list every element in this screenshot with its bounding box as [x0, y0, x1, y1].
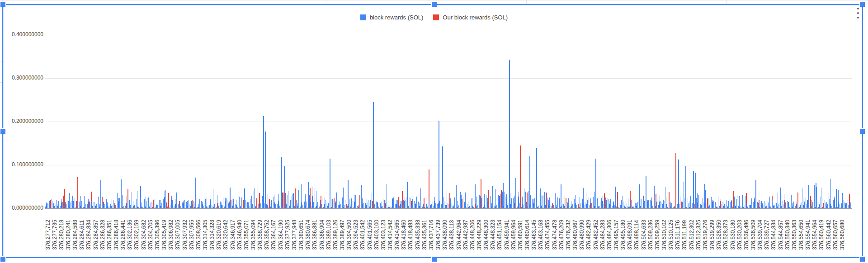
x-axis-tick-label: 376,536,509	[750, 220, 756, 250]
x-axis-tick-label: 376,284,834	[85, 220, 92, 250]
x-axis-tick-label: 376,418,483	[407, 220, 414, 250]
x-axis-tick-label: 376,519,276	[702, 220, 708, 250]
x-axis-tick-label: 376,418,460	[401, 220, 407, 250]
bars-plot	[45, 21, 852, 208]
x-axis-tick-label: 376,286,418	[113, 220, 119, 250]
x-axis-tick-label: 376,305,396	[154, 220, 160, 250]
x-axis-tick-label: 376,437,716	[428, 220, 434, 250]
x-axis-tick-label: 376,286,351	[106, 220, 113, 250]
x-axis-tick-label: 376,509,236	[647, 220, 654, 250]
selection-handle-middle-right[interactable]	[859, 128, 865, 134]
x-axis-tick-label: 376,403,123	[380, 220, 387, 250]
x-axis-tick-label: 376,536,486	[743, 220, 750, 250]
x-axis-tick-label: 376,435,361	[421, 220, 428, 250]
x-axis-tick-label: 376,304,682	[141, 220, 147, 250]
x-axis-tick-label: 376,355,071	[243, 220, 250, 250]
x-axis-tick-label: 376,414,542	[387, 220, 393, 250]
x-axis-tick-label: 376,346,917	[230, 220, 236, 250]
x-axis-tick-label: 376,355,094	[250, 220, 256, 250]
y-axis-tick-label: 0.200000000	[0, 118, 43, 124]
x-axis-tick-label: 376,530,203	[736, 220, 743, 250]
x-axis-tick-label: 376,495,157	[613, 220, 619, 250]
x-axis-tick-label: 376,280,218	[58, 220, 65, 250]
x-axis-tick-label: 376,459,941	[504, 220, 510, 250]
x-axis-tick-label: 376,284,611	[79, 220, 85, 250]
x-axis-tick-label: 376,476,232	[565, 220, 571, 250]
kebab-dot	[857, 8, 859, 9]
sheet-gridline	[0, 0, 868, 1]
x-axis-tick-label: 376,377,948	[291, 220, 297, 250]
y-axis-tick-label: 0.400000000	[0, 31, 43, 38]
legend-swatch-blue-icon	[360, 14, 366, 20]
x-axis-tick-label: 376,448,323	[490, 220, 496, 250]
x-axis-tick-label: 376,277,712	[45, 220, 51, 250]
sheet-gridline	[526, 0, 527, 4]
x-axis-tick-label: 376,438,113	[448, 220, 455, 250]
x-axis-tick-label: 376,498,091	[627, 220, 633, 250]
x-axis-tick-label: 376,442,964	[456, 220, 462, 250]
x-axis-tick-label: 376,510,125	[668, 220, 674, 250]
sheet-gridline	[326, 0, 326, 4]
x-axis-tick-label: 376,302,159	[133, 220, 140, 250]
legend-item-block-rewards[interactable]: block rewards (SOL)	[360, 14, 423, 21]
x-axis-tick-label: 376,389,126	[332, 220, 339, 250]
y-axis: 0.0000000000.1000000000.2000000000.30000…	[0, 0, 43, 263]
x-axis-tick-label: 376,401,565	[367, 220, 373, 250]
x-axis-tick-label: 376,512,302	[689, 220, 695, 250]
x-axis-tick-label: 376,389,103	[326, 220, 332, 250]
y-axis-tick-label: 0.000000000	[0, 205, 43, 211]
x-axis-tick-label: 376,504,633	[641, 220, 647, 250]
x-axis-tick-label: 376,364,190	[278, 220, 284, 250]
x-axis-tick-label: 376,286,441	[120, 220, 126, 250]
x-axis-tick-label: 376,314,305	[202, 220, 208, 250]
x-axis-tick-label: 376,307,955	[189, 220, 195, 250]
x-axis-tick-label: 376,544,857	[778, 220, 784, 250]
x-axis-tick-label: 376,414,565	[394, 220, 400, 250]
x-axis-tick-label: 376,459,964	[510, 220, 517, 250]
x-axis-tick-label: 376,448,206	[469, 220, 476, 250]
x-axis-tick-label: 376,554,650	[798, 220, 804, 250]
x-axis-tick-label: 376,550,363	[791, 220, 797, 250]
x-axis-tick-label: 376,380,651	[298, 220, 304, 250]
y-axis-tick-label: 0.100000000	[0, 161, 43, 168]
legend-label-block-rewards: block rewards (SOL)	[370, 14, 423, 21]
sheet-gridline	[126, 0, 126, 4]
x-axis-tick-label: 376,394,500	[346, 220, 352, 250]
x-axis-tick-label: 376,358,752	[264, 220, 270, 250]
x-axis-tick-label: 376,308,566	[195, 220, 202, 250]
x-axis-tick-label: 376,476,209	[558, 220, 565, 250]
x-axis-tick-label: 376,442,987	[462, 220, 469, 250]
kebab-dot	[857, 17, 859, 19]
x-axis-tick-label: 376,358,729	[257, 220, 263, 250]
chart-legend: block rewards (SOL) Our block rewards (S…	[0, 14, 868, 21]
x-axis-tick-label: 376,539,727	[764, 220, 770, 250]
sheet-gridline	[726, 0, 727, 4]
x-axis-tick-label: 376,560,680	[839, 220, 845, 250]
x-axis-tick-label: 376,560,657	[832, 220, 839, 250]
x-axis-tick-label: 376,554,941	[805, 220, 811, 250]
x-axis-tick-label: 376,539,704	[757, 220, 763, 250]
x-axis-tick-label: 376,320,642	[222, 220, 229, 250]
chart-options-kebab-icon[interactable]	[855, 7, 861, 19]
x-axis-tick-label: 376,474,455	[544, 220, 551, 250]
selection-handle-bottom-right[interactable]	[859, 256, 865, 262]
selection-handle-bottom-center[interactable]	[431, 256, 437, 262]
x-axis-tick-label: 376,509,259	[654, 220, 660, 250]
x-axis-tick-label: 376,528,373	[722, 220, 729, 250]
x-axis-tick-label: 376,286,328	[99, 220, 106, 250]
selection-handle-top-right[interactable]	[859, 1, 865, 7]
selection-handle-top-center[interactable]	[431, 1, 437, 7]
x-axis-tick-label: 376,306,982	[168, 220, 174, 250]
x-axis-tick-label: 376,463,145	[531, 220, 537, 250]
kebab-dot	[857, 12, 859, 14]
x-axis-tick-label: 376,460,614	[524, 220, 530, 250]
x-axis-tick-label: 376,480,990	[579, 220, 585, 250]
x-axis-tick-label: 376,451,154	[496, 220, 503, 250]
x-axis-baseline	[45, 208, 852, 209]
x-axis-tick-label: 376,480,967	[572, 220, 578, 250]
x-axis-tick-label: 376,460,591	[517, 220, 524, 250]
legend-item-our-block-rewards[interactable]: Our block rewards (SOL)	[433, 14, 508, 21]
x-axis-tick-label: 376,463,168	[538, 220, 544, 250]
x-axis-tick-label: 376,560,442	[826, 220, 832, 250]
x-axis-tick-label: 376,284,857	[93, 220, 99, 250]
